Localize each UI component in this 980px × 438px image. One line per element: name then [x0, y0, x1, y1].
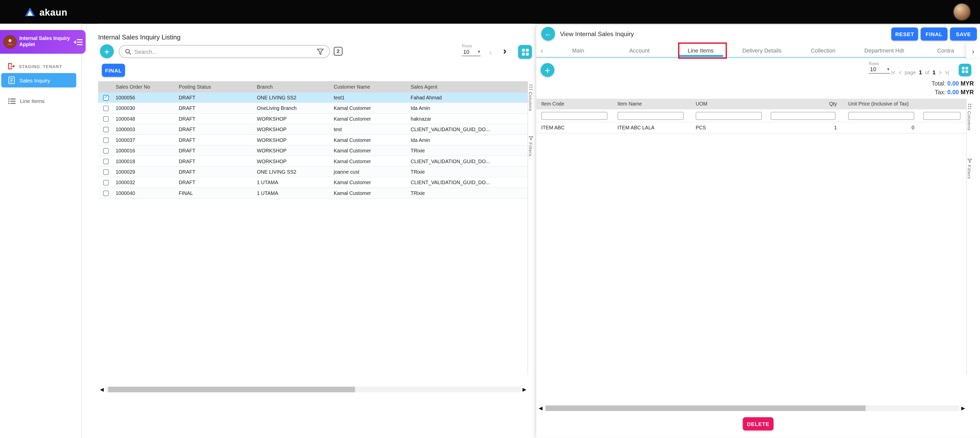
table-row[interactable]: 1000048 DRAFT WORKSHOP Kamal Customer ha…: [98, 114, 528, 124]
prev-page-button[interactable]: ‹: [490, 48, 492, 56]
final-button[interactable]: FINAL: [921, 27, 947, 40]
table-row[interactable]: 1000003 DRAFT WORKSHOP test CLIENT_VALID…: [98, 124, 528, 135]
filters-side-tab-label: Filters: [967, 165, 972, 179]
table-row[interactable]: 1000030 DRAFT OneLiving Branch Kamal Cus…: [98, 103, 528, 113]
filter-funnel-icon[interactable]: [317, 48, 324, 54]
row-checkbox[interactable]: [103, 148, 109, 154]
col-sales-order-no: Sales Order No: [114, 84, 177, 90]
scroll-right-icon[interactable]: ▶: [959, 405, 967, 411]
add-line-item-button[interactable]: +: [541, 63, 555, 77]
filter-input-unit-price[interactable]: [848, 111, 915, 120]
total-line: Total: 0.00 MYR: [932, 80, 974, 87]
col-qty: Qty: [766, 101, 841, 107]
table-row[interactable]: 1000016 DRAFT WORKSHOP Kamal Customer TR…: [98, 146, 528, 156]
scrollbar-thumb[interactable]: [546, 405, 866, 411]
tab-line-items[interactable]: Line Items: [670, 44, 731, 57]
reset-button[interactable]: RESET: [891, 27, 918, 40]
cell-sales-order-no: 1000048: [114, 116, 177, 121]
tab-department-hdr[interactable]: Department Hdr: [854, 44, 915, 57]
filter-2-icon[interactable]: 2: [334, 47, 342, 56]
col-item-code: Item Code: [536, 101, 612, 107]
tabs-scroll-left-icon[interactable]: ‹: [536, 47, 547, 54]
cell-branch: 1 UTAMA: [255, 190, 332, 196]
filter-input-qty[interactable]: [771, 111, 836, 120]
filters-side-tab[interactable]: Filters: [528, 136, 533, 157]
menu-collapse-icon[interactable]: [74, 37, 83, 47]
horizontal-scrollbar: ◀ ▶: [98, 385, 528, 394]
app-root: akaun Internal Sales Inquiry Applet STAG…: [0, 0, 980, 438]
filter-input-extra[interactable]: [923, 111, 961, 120]
scroll-left-icon[interactable]: ◀: [537, 405, 544, 411]
rows-per-page-select[interactable]: Rows 10▾: [869, 61, 890, 74]
tab-account[interactable]: Account: [609, 44, 670, 57]
grid-view-button[interactable]: [518, 45, 532, 59]
topbar: akaun: [0, 0, 980, 24]
row-checkbox[interactable]: [103, 137, 109, 143]
rows-label: Rows: [869, 61, 890, 65]
table-row[interactable]: 1000032 DRAFT 1 UTAMA Kamal Customer CLI…: [98, 178, 528, 188]
table-row[interactable]: 1000018 DRAFT WORKSHOP Kamal Customer CL…: [98, 156, 528, 167]
tab-collection[interactable]: Collection: [792, 44, 854, 57]
cell-customer-name: test1: [332, 95, 409, 100]
row-checkbox[interactable]: [103, 127, 109, 132]
row-checkbox[interactable]: [103, 116, 109, 121]
search-input[interactable]: [134, 48, 314, 54]
cell-posting-status: DRAFT: [177, 169, 255, 175]
scrollbar-track[interactable]: [106, 386, 520, 392]
cell-customer-name: Kamal Customer: [332, 179, 409, 185]
tab-delivery-details[interactable]: Delivery Details: [731, 44, 792, 57]
scroll-left-icon[interactable]: ◀: [98, 386, 106, 392]
filter-input-item-name[interactable]: [617, 111, 684, 120]
user-avatar[interactable]: [954, 4, 970, 20]
table-row[interactable]: 1000040 FINAL 1 UTAMA Kamal Customer TRi…: [98, 188, 528, 198]
filter-input-uom[interactable]: [695, 111, 762, 120]
prev-page-button[interactable]: <: [899, 70, 901, 75]
columns-side-tab[interactable]: Columns: [967, 104, 972, 131]
final-button[interactable]: FINAL: [102, 64, 125, 77]
grid-view-button[interactable]: [959, 64, 971, 76]
scroll-right-icon[interactable]: ▶: [521, 386, 528, 392]
cell-posting-status: DRAFT: [177, 137, 255, 143]
cell-posting-status: DRAFT: [177, 95, 255, 100]
detail-panel: ← View Internal Sales Inquiry RESET FINA…: [536, 25, 980, 438]
scrollbar-track[interactable]: [544, 405, 959, 411]
tenant-label: STAGING_TENANT: [19, 64, 62, 68]
brand-name: akaun: [40, 7, 67, 17]
row-checkbox[interactable]: [103, 190, 109, 196]
line-item-row[interactable]: ITEM ABC ITEM ABC LALA PCS 1 0: [536, 122, 966, 134]
save-button[interactable]: SAVE: [950, 27, 977, 40]
filters-side-tab[interactable]: Filters: [967, 159, 972, 179]
add-record-button[interactable]: +: [100, 44, 114, 58]
cell-posting-status: DRAFT: [177, 116, 255, 121]
tabs-scroll-right-icon[interactable]: ›: [966, 44, 980, 58]
row-checkbox[interactable]: [103, 179, 109, 185]
sidebar-item-line-items[interactable]: Line Items: [1, 94, 76, 108]
columns-side-tab[interactable]: Columns: [528, 84, 533, 111]
filter-input-item-code[interactable]: [541, 111, 608, 120]
cell-sales-order-no: 1000030: [114, 105, 177, 111]
columns-side-tab-label: Columns: [967, 111, 972, 131]
table-row[interactable]: 1000037 DRAFT WORKSHOP Kamal Customer Id…: [98, 135, 528, 146]
row-checkbox[interactable]: [103, 158, 109, 164]
back-button[interactable]: ←: [541, 27, 555, 41]
grip-dots-icon: [529, 84, 532, 90]
tax-currency: MYR: [961, 89, 974, 95]
tenant-row[interactable]: STAGING_TENANT: [0, 61, 81, 71]
sidebar-item-sales-inquiry[interactable]: Sales Inquiry: [1, 73, 76, 87]
next-page-button[interactable]: >: [939, 70, 942, 75]
row-checkbox[interactable]: [103, 169, 109, 175]
row-checkbox[interactable]: [103, 105, 109, 111]
tab-main[interactable]: Main: [547, 44, 609, 57]
last-page-button[interactable]: >|: [945, 70, 949, 75]
cell-sales-agent: CLIENT_VALIDATION_GUID_DO...: [409, 179, 528, 185]
cell-posting-status: DRAFT: [177, 148, 255, 154]
search-icon: [125, 48, 131, 54]
rows-per-page-select[interactable]: Rows 10▾: [462, 44, 480, 56]
table-row[interactable]: 1000056 DRAFT ONE LIVING SS2 test1 Fahad…: [98, 92, 528, 103]
delete-button[interactable]: DELETE: [743, 417, 774, 430]
row-checkbox[interactable]: [103, 95, 109, 100]
scrollbar-thumb[interactable]: [108, 386, 355, 392]
next-page-button[interactable]: ›: [503, 46, 506, 56]
table-row[interactable]: 1000029 DRAFT ONE LIVING SS2 joanne cust…: [98, 167, 528, 177]
first-page-button[interactable]: |<: [891, 70, 896, 75]
